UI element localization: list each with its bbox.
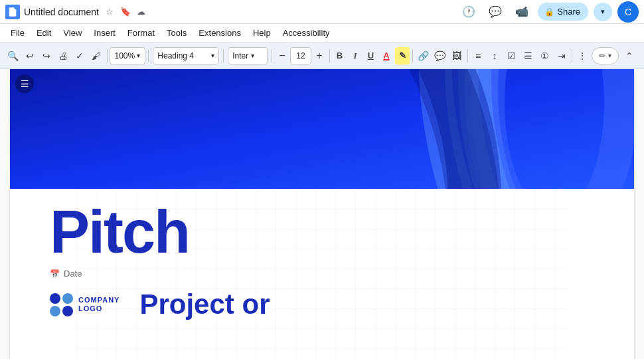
share-label: Share bbox=[557, 7, 580, 17]
menu-edit[interactable]: Edit bbox=[31, 27, 56, 39]
menu-help[interactable]: Help bbox=[248, 27, 276, 39]
menu-view[interactable]: View bbox=[58, 27, 87, 39]
user-avatar[interactable]: C bbox=[617, 1, 639, 23]
zoom-dropdown-arrow: ▾ bbox=[137, 52, 140, 59]
title-icons: ☆ 🔖 ☁ bbox=[103, 5, 148, 19]
heading-dropdown-arrow: ▾ bbox=[211, 52, 214, 59]
title-bar: Untitled document ☆ 🔖 ☁ 🕐 💬 📹 🔒 Share ▾ … bbox=[0, 0, 644, 24]
menu-bar: File Edit View Insert Format Tools Exten… bbox=[0, 24, 644, 43]
chat-icon[interactable]: 💬 bbox=[485, 1, 506, 23]
checklist-btn[interactable]: ☑ bbox=[504, 47, 519, 65]
cover-image: ☰ bbox=[10, 69, 634, 189]
image-btn[interactable]: 🖼 bbox=[449, 47, 465, 65]
highlight-btn[interactable]: ✎ bbox=[395, 47, 410, 64]
bold-btn[interactable]: B bbox=[333, 47, 347, 64]
print-btn[interactable]: 🖨 bbox=[55, 47, 70, 65]
share-dropdown-arrow[interactable]: ▾ bbox=[594, 3, 612, 21]
company-name-line1: COMPANY bbox=[78, 296, 120, 304]
font-color-btn[interactable]: A bbox=[379, 47, 393, 64]
star-icon[interactable]: ☆ bbox=[103, 5, 116, 19]
zoom-selector[interactable]: 100% ▾ bbox=[110, 47, 145, 64]
menu-accessibility[interactable]: Accessibility bbox=[278, 27, 335, 39]
separator-6 bbox=[412, 49, 413, 62]
document-area: ☰ Pitch 📅 Date COMPANY bbox=[0, 69, 644, 359]
editing-mode-dropdown: ▾ bbox=[608, 52, 611, 59]
italic-btn[interactable]: I bbox=[348, 47, 362, 64]
comment-btn[interactable]: 💬 bbox=[432, 47, 447, 65]
pencil-icon: ✏ bbox=[599, 51, 605, 60]
line-spacing-btn[interactable]: ↕ bbox=[487, 47, 503, 65]
separator-3 bbox=[223, 49, 224, 62]
date-line[interactable]: 📅 Date bbox=[50, 269, 594, 279]
company-logo-area: COMPANY LOGO bbox=[50, 293, 120, 316]
history-icon[interactable]: 🕐 bbox=[458, 1, 479, 23]
font-size-area: − 12 + bbox=[275, 47, 327, 64]
logo-dot-1 bbox=[50, 293, 60, 304]
app-icon bbox=[5, 5, 20, 19]
font-size-increase-btn[interactable]: + bbox=[312, 47, 327, 64]
calendar-icon: 📅 bbox=[50, 269, 60, 279]
menu-insert[interactable]: Insert bbox=[88, 27, 121, 39]
zoom-label: 100% bbox=[114, 51, 135, 60]
top-right-buttons: 🕐 💬 📹 🔒 Share ▾ C bbox=[458, 1, 639, 23]
undo-btn[interactable]: ↩ bbox=[22, 47, 37, 65]
spellcheck-btn[interactable]: ✓ bbox=[72, 47, 87, 65]
indent-btn[interactable]: ⇥ bbox=[554, 47, 569, 65]
logo-dots bbox=[50, 293, 73, 316]
share-button[interactable]: 🔒 Share bbox=[538, 3, 588, 21]
pitch-title[interactable]: Pitch bbox=[50, 202, 594, 262]
collapse-toolbar-btn[interactable]: ⌃ bbox=[620, 47, 639, 65]
separator-8 bbox=[572, 49, 572, 62]
bottom-content-row: COMPANY LOGO Project or bbox=[50, 289, 594, 320]
separator-2 bbox=[148, 49, 149, 62]
more-options-btn[interactable]: ⋮ bbox=[575, 47, 590, 65]
search-toolbar-btn[interactable]: 🔍 bbox=[5, 47, 21, 65]
separator-5 bbox=[329, 49, 330, 62]
document-title[interactable]: Untitled document bbox=[24, 7, 99, 17]
paint-format-btn[interactable]: 🖌 bbox=[89, 47, 104, 65]
separator-4 bbox=[272, 49, 272, 62]
company-name: COMPANY LOGO bbox=[78, 296, 120, 313]
link-btn[interactable]: 🔗 bbox=[416, 47, 431, 65]
toolbar: 🔍 ↩ ↪ 🖨 ✓ 🖌 100% ▾ Heading 4 ▾ Inter ▾ −… bbox=[0, 43, 644, 69]
menu-file[interactable]: File bbox=[5, 27, 30, 39]
heading-label: Heading 4 bbox=[157, 51, 194, 60]
editing-mode-selector[interactable]: ✏ ▾ bbox=[592, 47, 619, 64]
redo-btn[interactable]: ↪ bbox=[39, 47, 54, 65]
logo-dot-3 bbox=[50, 306, 60, 316]
toolbar-right: ✏ ▾ ⌃ bbox=[592, 47, 639, 65]
heading-style-selector[interactable]: Heading 4 ▾ bbox=[153, 47, 219, 64]
page-content: Pitch 📅 Date COMPANY LOGO bbox=[10, 189, 634, 359]
menu-extensions[interactable]: Extensions bbox=[193, 27, 246, 39]
document-page: ☰ Pitch 📅 Date COMPANY bbox=[10, 69, 634, 359]
meet-icon[interactable]: 📹 bbox=[511, 1, 532, 23]
separator-7 bbox=[467, 49, 468, 62]
date-label: Date bbox=[64, 269, 82, 279]
font-size-decrease-btn[interactable]: − bbox=[275, 47, 289, 64]
font-dropdown-arrow: ▾ bbox=[251, 52, 254, 59]
company-name-line2: LOGO bbox=[78, 304, 120, 313]
project-title[interactable]: Project or bbox=[139, 289, 270, 320]
sidebar-toggle-btn[interactable]: ☰ bbox=[15, 74, 34, 93]
bookmark-icon[interactable]: 🔖 bbox=[119, 5, 132, 19]
numbered-list-btn[interactable]: ① bbox=[537, 47, 552, 65]
font-selector[interactable]: Inter ▾ bbox=[228, 47, 268, 64]
font-size-box[interactable]: 12 bbox=[290, 47, 311, 64]
font-label: Inter bbox=[232, 51, 248, 60]
logo-dot-2 bbox=[62, 293, 73, 304]
bullet-list-btn[interactable]: ☰ bbox=[521, 47, 536, 65]
logo-dot-4 bbox=[62, 306, 73, 316]
cloud-icon[interactable]: ☁ bbox=[135, 5, 148, 19]
menu-tools[interactable]: Tools bbox=[161, 27, 192, 39]
svg-rect-0 bbox=[10, 69, 634, 189]
lock-icon: 🔒 bbox=[544, 7, 554, 17]
menu-format[interactable]: Format bbox=[122, 27, 160, 39]
underline-btn[interactable]: U bbox=[364, 47, 378, 64]
separator-1 bbox=[107, 49, 108, 62]
align-btn[interactable]: ≡ bbox=[470, 47, 485, 65]
